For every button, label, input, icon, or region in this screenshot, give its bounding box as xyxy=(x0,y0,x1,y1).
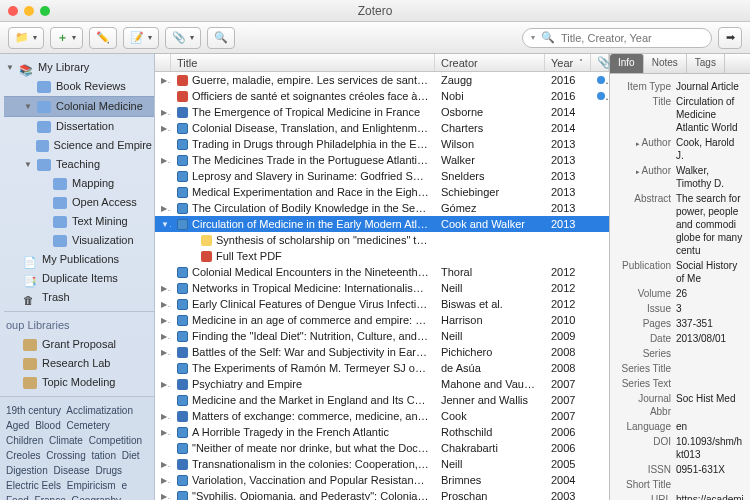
metadata-value[interactable]: Journal Article xyxy=(676,80,744,93)
expand-toggle[interactable]: ▶ xyxy=(155,348,171,357)
item-row[interactable]: "Neither of meate nor drinke, but what t… xyxy=(155,440,609,456)
duplicate-items[interactable]: Duplicate Items xyxy=(4,269,154,288)
expand-toggle[interactable]: ▶ xyxy=(155,284,171,293)
expand-toggle[interactable]: ▶ xyxy=(155,76,171,85)
expand-toggle[interactable]: ▶ xyxy=(155,300,171,309)
metadata-value[interactable]: https://academic.oup xyxy=(676,493,744,500)
item-row[interactable]: Full Text PDF xyxy=(155,248,609,264)
group-library[interactable]: Research Lab xyxy=(4,354,154,373)
search-mode-icon[interactable]: ▾ xyxy=(531,33,535,42)
metadata-value[interactable]: The search for power, people and commodi… xyxy=(676,192,744,257)
tag[interactable]: 19th century xyxy=(6,405,61,416)
metadata-value[interactable]: Walker, Timothy D. xyxy=(676,164,744,190)
column-expand[interactable] xyxy=(155,54,171,71)
tag[interactable]: Cemetery xyxy=(67,420,110,431)
quick-search[interactable]: ▾ 🔍 xyxy=(522,28,712,48)
collection-item[interactable]: Text Mining xyxy=(4,212,154,231)
column-attachment[interactable]: 📎 xyxy=(591,54,609,71)
item-row[interactable]: ▶The Emergence of Tropical Medicine in F… xyxy=(155,104,609,120)
item-row[interactable]: ▶Networks in Tropical Medicine: Internat… xyxy=(155,280,609,296)
advanced-search-button[interactable]: 🔍 xyxy=(207,27,235,49)
item-row[interactable]: ▶Variolation, Vaccination and Popular Re… xyxy=(155,472,609,488)
item-row[interactable]: ▶Psychiatry and EmpireMahone and Vaughan… xyxy=(155,376,609,392)
item-row[interactable]: ▶Transnationalism in the colonies: Coope… xyxy=(155,456,609,472)
item-row[interactable]: ▶Medicine in an age of commerce and empi… xyxy=(155,312,609,328)
collection-item[interactable]: Book Reviews xyxy=(4,77,154,96)
collection-item[interactable]: Mapping xyxy=(4,174,154,193)
expand-toggle[interactable]: ▶ xyxy=(155,204,171,213)
item-row[interactable]: ▶Battles of the Self: War and Subjectivi… xyxy=(155,344,609,360)
collection-item[interactable]: Open Access xyxy=(4,193,154,212)
metadata-value[interactable]: 26 xyxy=(676,287,744,300)
item-row[interactable]: Medical Experimentation and Race in the … xyxy=(155,184,609,200)
expand-toggle[interactable]: ▶ xyxy=(155,332,171,341)
tab-notes[interactable]: Notes xyxy=(644,54,687,73)
group-library[interactable]: Topic Modeling xyxy=(4,373,154,392)
new-collection-button[interactable]: 📁▾ xyxy=(8,27,44,49)
tag[interactable]: Empiricism xyxy=(67,480,116,491)
item-row[interactable]: Trading in Drugs through Philadelphia in… xyxy=(155,136,609,152)
tag[interactable]: Electric Eels xyxy=(6,480,61,491)
column-year[interactable]: Year˅ xyxy=(545,54,591,71)
tag[interactable]: Creoles xyxy=(6,450,40,461)
collection-item[interactable]: ▼Teaching xyxy=(4,155,154,174)
expand-toggle[interactable]: ▶ xyxy=(155,460,171,469)
metadata-value[interactable]: 3 xyxy=(676,302,744,315)
metadata-value[interactable]: Social History of Me xyxy=(676,259,744,285)
tag[interactable]: France xyxy=(35,495,66,500)
item-row[interactable]: ▶The Circulation of Bodily Knowledge in … xyxy=(155,200,609,216)
new-note-button[interactable]: 📝▾ xyxy=(123,27,159,49)
tag[interactable]: Children xyxy=(6,435,43,446)
item-row[interactable]: ▶Guerre, maladie, empire. Les services d… xyxy=(155,72,609,88)
expand-toggle[interactable]: ▶ xyxy=(155,316,171,325)
item-row[interactable]: ▶Finding the "Ideal Diet": Nutrition, Cu… xyxy=(155,328,609,344)
metadata-value[interactable]: Cook, Harold J. xyxy=(676,136,744,162)
expand-toggle[interactable]: ▶ xyxy=(155,476,171,485)
add-attachment-button[interactable]: 📎▾ xyxy=(165,27,201,49)
column-creator[interactable]: Creator xyxy=(435,54,545,71)
metadata-value[interactable]: 10.1093/shm/hkt013 xyxy=(676,435,744,461)
metadata-value[interactable]: 2013/08/01 xyxy=(676,332,744,345)
minimize-window-button[interactable] xyxy=(24,6,34,16)
expand-toggle[interactable]: ▶ xyxy=(155,412,171,421)
item-row[interactable]: Synthesis of scholarship on "medicines" … xyxy=(155,232,609,248)
item-row[interactable]: ▼Circulation of Medicine in the Early Mo… xyxy=(155,216,609,232)
tag[interactable]: Drugs xyxy=(95,465,122,476)
metadata-value[interactable] xyxy=(676,377,744,390)
item-row[interactable]: ▶A Horrible Tragedy in the French Atlant… xyxy=(155,424,609,440)
collection-item[interactable]: Dissertation xyxy=(4,117,154,136)
collection-item[interactable]: Visualization xyxy=(4,231,154,250)
group-library[interactable]: Grant Proposal xyxy=(4,335,154,354)
tag[interactable]: Digestion xyxy=(6,465,48,476)
locate-button[interactable]: ➡ xyxy=(718,27,742,49)
item-row[interactable]: ▶Colonial Disease, Translation, and Enli… xyxy=(155,120,609,136)
metadata-value[interactable] xyxy=(676,478,744,491)
tag[interactable]: Food xyxy=(6,495,29,500)
expand-toggle[interactable]: ▶ xyxy=(155,492,171,501)
item-row[interactable]: Officiers de santé et soignantes créoles… xyxy=(155,88,609,104)
item-row[interactable]: ▶The Medicines Trade in the Portuguese A… xyxy=(155,152,609,168)
add-by-identifier-button[interactable]: ✏️ xyxy=(89,27,117,49)
tag[interactable]: tation xyxy=(92,450,116,461)
tag[interactable]: Climate xyxy=(49,435,83,446)
tag[interactable]: Aged xyxy=(6,420,29,431)
collection-item[interactable]: ▼Colonial Medicine xyxy=(4,96,154,117)
item-row[interactable]: Leprosy and Slavery in Suriname: Godfrie… xyxy=(155,168,609,184)
tag[interactable]: Geography xyxy=(71,495,120,500)
my-library[interactable]: ▼My Library xyxy=(4,58,154,77)
expand-toggle[interactable]: ▶ xyxy=(155,124,171,133)
tag[interactable]: Competition xyxy=(89,435,142,446)
tag[interactable]: Crossing xyxy=(46,450,85,461)
item-row[interactable]: ▶Matters of exchange: commerce, medicine… xyxy=(155,408,609,424)
metadata-value[interactable]: Circulation of Medicine Atlantic World xyxy=(676,95,744,134)
tag[interactable]: Acclimatization xyxy=(66,405,133,416)
expand-toggle[interactable]: ▶ xyxy=(155,156,171,165)
item-row[interactable]: The Experiments of Ramón M. Termeyer SJ … xyxy=(155,360,609,376)
item-row[interactable]: ▶"Syphilis, Opiomania, and Pederasty": C… xyxy=(155,488,609,500)
metadata-value[interactable]: Soc Hist Med xyxy=(676,392,744,418)
tab-info[interactable]: Info xyxy=(610,54,644,73)
tag[interactable]: Disease xyxy=(53,465,89,476)
tag[interactable]: e xyxy=(121,480,127,491)
search-input[interactable] xyxy=(561,32,703,44)
metadata-value[interactable] xyxy=(676,362,744,375)
